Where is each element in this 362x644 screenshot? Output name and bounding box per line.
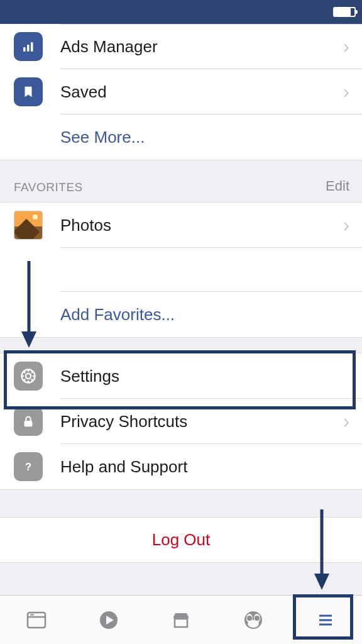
- privacy-shortcuts-item[interactable]: Privacy Shortcuts ›: [0, 399, 362, 444]
- favorites-header: FAVORITES Edit: [0, 160, 362, 202]
- chevron-right-icon: ›: [343, 81, 349, 103]
- privacy-item-label: Privacy Shortcuts: [60, 412, 343, 431]
- menu-item-label: Ads Manager: [60, 37, 343, 57]
- screen: Ads Manager › Saved › See More... FAVORI…: [0, 0, 362, 644]
- favorites-section: Photos › Add Favorites...: [0, 202, 362, 337]
- gear-icon: [14, 362, 43, 391]
- tab-notifications[interactable]: [217, 596, 290, 644]
- battery-icon: [333, 7, 356, 17]
- favorites-item-photos[interactable]: Photos ›: [0, 203, 362, 248]
- lock-icon: [14, 407, 43, 436]
- question-icon: ?: [14, 452, 43, 481]
- chevron-right-icon: ›: [343, 411, 349, 432]
- svg-rect-20: [175, 619, 187, 627]
- photos-icon: [14, 211, 43, 240]
- svg-point-4: [26, 374, 31, 379]
- svg-point-25: [247, 616, 252, 621]
- svg-rect-2: [31, 42, 33, 52]
- chevron-right-icon: ›: [343, 214, 349, 236]
- menu-section: Ads Manager › Saved › See More...: [0, 24, 362, 160]
- favorites-title: FAVORITES: [14, 180, 83, 194]
- svg-rect-1: [27, 45, 30, 52]
- svg-point-26: [255, 616, 260, 621]
- svg-point-24: [248, 620, 259, 628]
- logout-label: Log Out: [152, 530, 211, 550]
- help-item-label: Help and Support: [60, 457, 349, 477]
- svg-line-11: [24, 379, 26, 381]
- section-gap: [0, 337, 362, 353]
- status-bar: [0, 0, 362, 24]
- see-more-link[interactable]: See More...: [0, 114, 362, 160]
- empty-favorite-slot: [0, 248, 362, 292]
- svg-line-9: [24, 372, 26, 374]
- settings-section: Settings Privacy Shortcuts › ? Help and …: [0, 353, 362, 489]
- bookmark-icon: [14, 77, 43, 106]
- add-favorites-label: Add Favorites...: [60, 305, 175, 325]
- bar-chart-icon: [14, 32, 43, 61]
- tab-menu[interactable]: [290, 596, 362, 644]
- favorites-edit-button[interactable]: Edit: [326, 178, 349, 194]
- svg-rect-0: [23, 47, 26, 52]
- svg-rect-13: [25, 421, 33, 426]
- svg-line-12: [31, 372, 33, 374]
- section-gap: [0, 489, 362, 518]
- settings-item[interactable]: Settings: [0, 353, 362, 399]
- svg-text:?: ?: [25, 461, 31, 472]
- tab-feed[interactable]: [0, 596, 72, 644]
- svg-marker-33: [314, 574, 329, 590]
- tab-video[interactable]: [72, 596, 145, 644]
- svg-line-10: [31, 379, 33, 381]
- menu-item-ads-manager[interactable]: Ads Manager ›: [0, 24, 362, 69]
- favorites-item-label: Photos: [60, 216, 343, 235]
- tab-marketplace[interactable]: [145, 596, 217, 644]
- menu-item-label: Saved: [60, 82, 343, 102]
- settings-item-label: Settings: [60, 367, 349, 386]
- tab-bar: [0, 595, 362, 644]
- menu-item-saved[interactable]: Saved ›: [0, 69, 362, 114]
- chevron-right-icon: ›: [343, 36, 349, 57]
- add-favorites-link[interactable]: Add Favorites...: [0, 292, 362, 337]
- help-support-item[interactable]: ? Help and Support: [0, 444, 362, 489]
- see-more-label: See More...: [60, 128, 145, 147]
- logout-button[interactable]: Log Out: [0, 518, 362, 563]
